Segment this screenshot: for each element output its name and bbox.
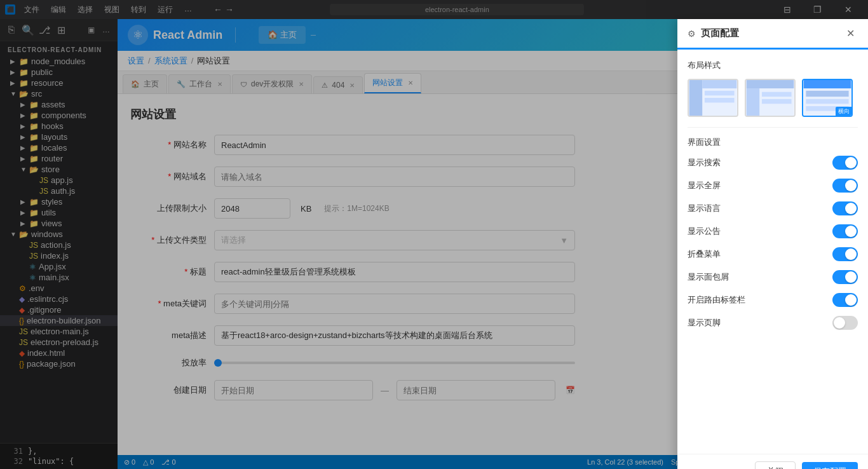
toggle-show-footer: 显示页脚 bbox=[688, 316, 858, 330]
svg-rect-8 bbox=[762, 92, 792, 97]
interface-section-title: 界面设置 bbox=[688, 137, 858, 148]
svg-rect-1 bbox=[689, 80, 703, 116]
panel-overlay: ⚙ 页面配置 ✕ 布局样式 bbox=[0, 0, 868, 469]
layout-option-top-nav[interactable] bbox=[745, 79, 796, 117]
panel-header-icon: ⚙ bbox=[688, 29, 696, 39]
layout-active-badge: 横向 bbox=[836, 107, 852, 116]
toggle-show-breadcrumb: 显示面包屑 bbox=[688, 270, 858, 284]
toggle-label-lang: 显示语言 bbox=[688, 203, 832, 214]
svg-rect-9 bbox=[762, 99, 792, 104]
svg-rect-6 bbox=[747, 80, 794, 88]
svg-rect-13 bbox=[806, 99, 848, 104]
svg-rect-11 bbox=[804, 80, 851, 88]
toggle-show-fullscreen: 显示全屏 bbox=[688, 179, 858, 193]
toggle-breadcrumb[interactable] bbox=[832, 270, 858, 284]
toggle-fullscreen[interactable] bbox=[832, 179, 858, 193]
toggle-label-search: 显示搜索 bbox=[688, 157, 832, 168]
svg-rect-2 bbox=[702, 80, 736, 88]
toggle-label-fullscreen: 显示全屏 bbox=[688, 180, 832, 191]
toggle-router-tabs: 开启路由标签栏 bbox=[688, 293, 858, 307]
save-button[interactable]: 保存配置 bbox=[802, 462, 858, 470]
toggle-search[interactable] bbox=[832, 156, 858, 170]
panel-footer: 关闭 保存配置 bbox=[677, 454, 868, 469]
panel-close-button[interactable]: ✕ bbox=[843, 26, 858, 41]
toggle-label-breadcrumb: 显示面包屑 bbox=[688, 271, 832, 283]
toggle-label-footer: 显示页脚 bbox=[688, 317, 832, 329]
panel-body: 布局样式 bbox=[677, 50, 868, 454]
svg-rect-12 bbox=[806, 91, 848, 97]
layout-option-left-sidebar[interactable] bbox=[688, 79, 738, 117]
panel-header: ⚙ 页面配置 ✕ bbox=[677, 19, 868, 50]
toggle-collapse[interactable] bbox=[832, 247, 858, 261]
toggle-collapse-menu: 折叠菜单 bbox=[688, 247, 858, 261]
toggle-lang[interactable] bbox=[832, 201, 858, 215]
settings-panel: ⚙ 页面配置 ✕ 布局样式 bbox=[677, 19, 868, 469]
toggle-label-notice: 显示公告 bbox=[688, 226, 832, 237]
toggle-label-collapse: 折叠菜单 bbox=[688, 248, 832, 260]
cancel-button[interactable]: 关闭 bbox=[755, 461, 796, 470]
toggle-show-lang: 显示语言 bbox=[688, 201, 858, 215]
toggle-router-tabs-btn[interactable] bbox=[832, 293, 858, 307]
section-divider bbox=[688, 127, 858, 128]
panel-title: 页面配置 bbox=[701, 27, 843, 39]
svg-rect-7 bbox=[747, 88, 760, 116]
toggle-footer[interactable] bbox=[832, 316, 858, 330]
svg-rect-3 bbox=[705, 91, 735, 95]
layout-option-horizontal[interactable]: 横向 bbox=[802, 79, 853, 117]
toggle-show-notice: 显示公告 bbox=[688, 224, 858, 238]
toggle-label-router-tabs: 开启路由标签栏 bbox=[688, 294, 832, 306]
svg-rect-4 bbox=[705, 98, 735, 102]
layout-options: 横向 bbox=[688, 79, 858, 117]
toggle-notice[interactable] bbox=[832, 224, 858, 238]
toggle-show-search: 显示搜索 bbox=[688, 156, 858, 170]
layout-section-title: 布局样式 bbox=[688, 60, 858, 71]
